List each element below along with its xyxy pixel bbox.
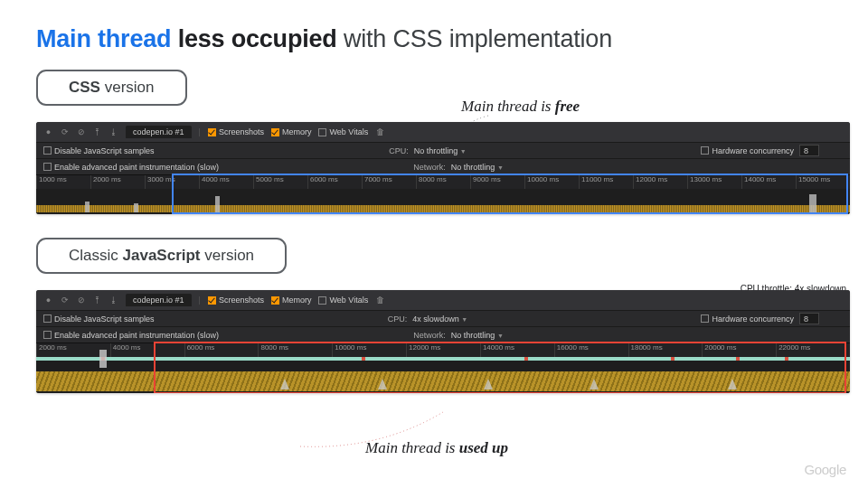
annotation-used-b: used up [459, 439, 508, 456]
flame-chart-js[interactable] [36, 357, 850, 393]
trash-icon[interactable]: 🗑 [375, 296, 385, 305]
flame-chart-css[interactable] [36, 189, 850, 214]
download-icon[interactable]: ⭳ [108, 127, 118, 137]
record-icon[interactable]: ● [43, 296, 53, 305]
webvitals-checkbox-js[interactable]: Web Vitals [318, 296, 368, 305]
reload-icon[interactable]: ⟳ [60, 127, 70, 137]
timeline-tick: 16000 ms [554, 343, 628, 357]
row-network-css: Enable advanced paint instrumentation (s… [36, 158, 850, 174]
devtools-panel-js: ● ⟳ ⊘ ⭱ ⭳ codepen.io #1 | Screenshots Me… [36, 290, 850, 393]
pill-js-a: Classic [69, 247, 118, 264]
toolbar-css: ● ⟳ ⊘ ⭱ ⭳ codepen.io #1 | Screenshots Me… [36, 122, 850, 142]
memory-checkbox-js[interactable]: Memory [271, 296, 312, 305]
disable-js-checkbox[interactable]: Disable JavaScript samples [43, 146, 155, 155]
devtools-panel-css: ● ⟳ ⊘ ⭱ ⭳ codepen.io #1 | Screenshots Me… [36, 122, 850, 214]
pill-js-version: Classic JavaScript version [36, 238, 287, 274]
row-cpu-css: Disable JavaScript samples CPU: No throt… [36, 142, 850, 158]
pill-css-a: CSS [69, 79, 100, 96]
toolbar-tab[interactable]: codepen.io #1 [126, 126, 192, 138]
timeline-tick: 3000 ms [145, 175, 199, 189]
slide-title: Main thread less occupied with CSS imple… [36, 25, 832, 53]
annotation-free-b: free [555, 98, 580, 115]
advanced-paint-checkbox[interactable]: Enable advanced paint instrumentation (s… [43, 163, 219, 172]
cpu-dropdown-js[interactable]: 4x slowdown ▼ [412, 314, 467, 324]
timeline-tick: 10000 ms [524, 175, 579, 189]
timeline-tick: 10000 ms [332, 343, 406, 357]
upload-icon[interactable]: ⭱ [92, 127, 102, 137]
trash-icon[interactable]: 🗑 [375, 127, 385, 137]
timeline-tick: 2000 ms [90, 175, 145, 189]
cpu-label-js: CPU: [388, 314, 408, 324]
timeline-tick: 8000 ms [416, 175, 470, 189]
toolbar-icons: ● ⟳ ⊘ ⭱ ⭳ [43, 127, 118, 137]
timeline-tick: 12000 ms [406, 343, 480, 357]
timeline-tick: 22000 ms [776, 343, 850, 357]
title-emph-blue: Main thread [36, 25, 171, 52]
timeline-tick: 6000 ms [184, 343, 259, 357]
row-network-js: Enable advanced paint instrumentation (s… [36, 326, 850, 343]
annotation-used-a: Main thread is [365, 439, 455, 456]
pill-css-b: version [105, 79, 155, 96]
webvitals-checkbox[interactable]: Web Vitals [318, 127, 368, 136]
timeline-tick: 12000 ms [633, 175, 687, 189]
title-emph-bold: less occupied [178, 25, 337, 52]
network-label: Network: [413, 163, 446, 172]
timeline-tick: 18000 ms [628, 343, 703, 357]
timeline-tick: 5000 ms [253, 175, 307, 189]
download-icon[interactable]: ⭳ [108, 296, 118, 305]
toolbar-tab-js[interactable]: codepen.io #1 [126, 294, 192, 306]
upload-icon[interactable]: ⭱ [92, 296, 102, 305]
annotation-used: Main thread is used up [365, 439, 508, 457]
screenshots-checkbox[interactable]: Screenshots [208, 127, 264, 136]
hardware-input[interactable]: 8 [799, 145, 819, 156]
toolbar-icons-js: ● ⟳ ⊘ ⭱ ⭳ [43, 296, 118, 305]
timeline-tick: 4000 ms [199, 175, 253, 189]
hardware-checkbox-js[interactable]: Hardware concurrency [701, 314, 794, 324]
title-rest: with CSS implementation [344, 25, 612, 52]
pill-css-version: CSS version [36, 70, 187, 106]
row-cpu-js: Disable JavaScript samples CPU: 4x slowd… [36, 310, 850, 326]
timeline-ruler-css[interactable]: 1000 ms2000 ms3000 ms4000 ms5000 ms6000 … [36, 174, 850, 189]
reload-icon[interactable]: ⟳ [60, 296, 70, 305]
timeline-tick: 8000 ms [258, 343, 332, 357]
screenshots-checkbox-js[interactable]: Screenshots [208, 296, 264, 305]
memory-checkbox[interactable]: Memory [271, 127, 312, 136]
record-icon[interactable]: ● [43, 127, 53, 137]
timeline-tick: 14000 ms [741, 175, 796, 189]
cpu-dropdown[interactable]: No throttling ▼ [414, 146, 467, 155]
timeline-tick: 4000 ms [110, 343, 184, 357]
advanced-paint-checkbox-js[interactable]: Enable advanced paint instrumentation (s… [43, 331, 219, 340]
pill-js-c: version [204, 247, 254, 264]
hardware-input-js[interactable]: 8 [799, 313, 819, 324]
hardware-checkbox[interactable]: Hardware concurrency [701, 146, 794, 155]
clear-icon[interactable]: ⊘ [76, 127, 86, 137]
clear-icon[interactable]: ⊘ [76, 296, 86, 305]
slide: Main thread less occupied with CSS imple… [0, 0, 868, 488]
timeline-tick: 14000 ms [480, 343, 554, 357]
disable-js-checkbox-js[interactable]: Disable JavaScript samples [43, 314, 155, 324]
google-logo: Google [804, 462, 846, 477]
cpu-label: CPU: [389, 146, 409, 155]
pill-js-b: JavaScript [123, 247, 201, 264]
timeline-tick: 7000 ms [362, 175, 416, 189]
toolbar-js: ● ⟳ ⊘ ⭱ ⭳ codepen.io #1 | Screenshots Me… [36, 290, 850, 310]
timeline-tick: 11000 ms [579, 175, 633, 189]
network-label-js: Network: [413, 331, 446, 340]
timeline-tick: 13000 ms [687, 175, 741, 189]
timeline-tick: 6000 ms [307, 175, 362, 189]
timeline-tick: 15000 ms [796, 175, 850, 189]
timeline-tick: 9000 ms [470, 175, 524, 189]
timeline-tick: 1000 ms [36, 175, 90, 189]
timeline-tick: 20000 ms [702, 343, 776, 357]
network-dropdown-js[interactable]: No throttling ▼ [451, 331, 504, 340]
flame-top-strip [36, 357, 850, 361]
timeline-ruler-js[interactable]: 2000 ms4000 ms6000 ms8000 ms10000 ms1200… [36, 343, 850, 357]
network-dropdown[interactable]: No throttling ▼ [451, 163, 504, 172]
